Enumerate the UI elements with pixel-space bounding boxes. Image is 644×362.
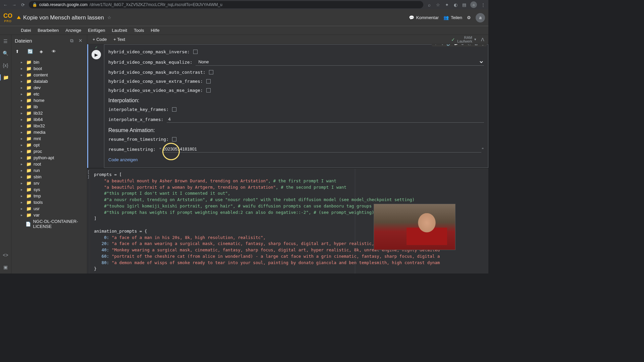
lock-icon: 🔒 [32,2,37,7]
refresh-icon[interactable]: 🔄 [28,49,34,55]
tree-item-lib32[interactable]: ▸📁lib32 [11,110,87,116]
menu-laufzeit[interactable]: Laufzeit [109,27,130,34]
settings-icon[interactable]: ⚙ [467,15,471,20]
menu-icon[interactable]: ⋮ [480,2,486,7]
menu-tools[interactable]: Tools [131,27,147,34]
menu-einfuegen[interactable]: Einfügen [85,27,108,34]
move-down-icon[interactable]: ↓ [440,44,445,46]
url-host: colab.research.google.com [39,2,88,7]
menu-bar: Datei Bearbeiten Anzeige Einfügen Laufze… [0,26,488,35]
tree-item-etc[interactable]: ▸📁etc [11,91,87,97]
input-interp-x[interactable] [167,116,484,123]
document-title[interactable]: Kopie von Mensch altern lassen [23,14,104,21]
comment-cell-icon[interactable]: 💬 [453,44,459,46]
check-resume-from[interactable] [172,137,176,141]
file-tree[interactable]: ▸📁bin▸📁boot▸📁content▸📁datalab▸📁dev▸📁etc▸… [11,58,87,274]
star-document-icon[interactable]: ☆ [107,15,111,20]
translate-icon[interactable]: ⌕ [427,2,432,7]
tree-item-usr[interactable]: ▸📁usr [11,205,87,212]
side-panel-icon[interactable]: ▤ [462,2,467,7]
comment-button[interactable]: 💬Kommentar [409,15,439,20]
tree-item-root[interactable]: ▸📁root [11,161,87,167]
tree-item-lib[interactable]: ▸📁lib [11,104,87,110]
tree-item-sys[interactable]: ▸📁sys [11,186,87,193]
link-icon[interactable]: 🔗 [446,44,452,46]
check-extra-frames[interactable] [206,79,211,83]
menu-bearbeiten[interactable]: Bearbeiten [35,27,61,34]
code-snippets-icon[interactable]: <> [3,252,9,258]
tree-item-proc[interactable]: ▸📁proc [11,148,87,155]
tree-item-datalab[interactable]: ▸📁datalab [11,78,87,84]
more-icon[interactable]: ⋮ [480,44,485,46]
tree-item-tmp[interactable]: ▸📁tmp [11,193,87,199]
share-icon: 👥 [443,15,449,20]
label-mask-equalize: hybrid_video_comp_mask_equalize: [108,60,192,65]
check-auto-contrast[interactable] [209,70,213,74]
check-mse-image[interactable] [206,88,211,93]
add-code-button[interactable]: + Code [90,36,109,43]
mount-drive-icon[interactable]: ◈ [40,49,46,55]
exec-count: [ ] [87,170,90,179]
menu-anzeige[interactable]: Anzeige [63,27,84,34]
extensions-icon[interactable]: ✦ [444,2,449,7]
tree-item-media[interactable]: ▸📁media [11,129,87,135]
mirror-icon[interactable]: ⎘ [467,44,472,46]
variables-icon[interactable]: {x} [3,62,9,68]
input-resume-ts[interactable] [162,146,481,153]
files-icon[interactable]: 📁 [0,74,11,80]
label-interp-x: interpolate_x_frames: [108,117,163,122]
move-up-icon[interactable]: ↑ [433,44,438,46]
new-window-icon[interactable]: ⧉ [69,38,75,44]
forward-icon[interactable]: → [11,2,17,7]
search-icon[interactable]: 🔍 [3,50,9,56]
back-icon[interactable]: ← [3,2,8,7]
incognito-icon[interactable]: ◐ [453,2,458,7]
tree-item-bin[interactable]: ▸📁bin [11,59,87,65]
tree-item-tools[interactable]: ▸📁tools [11,199,87,205]
left-rail: ☰ 🔍 {x} 📁 <> ▣ [0,35,11,274]
menu-hilfe[interactable]: Hilfe [148,27,162,34]
tree-item-srv[interactable]: ▸📁srv [11,180,87,186]
delete-icon[interactable]: 🗑 [473,44,479,46]
collapse-icon[interactable]: ᐱ [480,37,486,43]
settings-cell-icon[interactable]: ⚙ [460,44,465,46]
reload-icon[interactable]: ⟳ [20,2,25,7]
conn-dropdown-icon[interactable]: ▾ [474,37,476,42]
tree-item-dev[interactable]: ▸📁dev [11,84,87,91]
connection-status[interactable]: ✓ RAMLaufwerk ▾ [451,36,476,43]
tree-item-lib64[interactable]: ▸📁lib64 [11,116,87,123]
check-interp-key[interactable] [172,107,176,112]
menu-datei[interactable]: Datei [18,27,34,34]
tree-item-mnt[interactable]: ▸📁mnt [11,135,87,142]
terminal-icon[interactable]: ▣ [3,264,9,270]
url-bar[interactable]: 🔒 colab.research.google.com/drive/1TizAl… [29,1,423,8]
tree-item-sbin[interactable]: ▸📁sbin [11,174,87,180]
tree-item-content[interactable]: ▸📁content [11,72,87,78]
form-cell: ✓ ▶ ↑ ↓ 🔗 💬 ⚙ ⎘ 🗑 ⋮ hybrid_video_comp_ma [87,44,488,168]
add-text-button[interactable]: + Text [111,36,128,43]
close-sidebar-icon[interactable]: ✕ [77,38,84,44]
check-mask-inverse[interactable] [193,50,198,54]
user-avatar[interactable]: a [476,13,485,22]
run-cell-button[interactable]: ▶ [92,50,101,59]
upload-icon[interactable]: ⬆ [15,49,21,55]
profile-icon[interactable]: a [470,1,477,8]
tree-item-home[interactable]: ▸📁home [11,97,87,104]
toggle-hidden-icon[interactable]: 👁 [52,49,58,55]
tree-item-libx32[interactable]: ▸📁libx32 [11,123,87,129]
label-interp-key: interpolate_key_frames: [108,107,169,112]
share-button[interactable]: 👥Teilen [443,15,462,20]
label-extra-frames: hybrid_video_comp_save_extra_frames: [108,79,203,84]
colab-logo[interactable]: CO PRO [3,12,12,23]
tree-item-NGC-DL-CONTAINER-LICENSE[interactable]: 📄NGC-DL-CONTAINER-LICENSE [11,218,87,230]
toc-icon[interactable]: ☰ [3,38,9,44]
show-code-link[interactable]: Code anzeigen [108,155,484,165]
star-icon[interactable]: ☆ [435,2,441,7]
select-mask-equalize[interactable]: None [196,58,484,66]
tree-item-opt[interactable]: ▸📁opt [11,142,87,148]
tree-item-run[interactable]: ▸📁run [11,167,87,174]
tree-item-var[interactable]: ▸📁var [11,212,87,218]
label-mask-inverse: hybrid_video_comp_mask_inverse: [108,49,190,54]
tree-item-python-apt[interactable]: ▸📁python-apt [11,155,87,161]
tree-item-boot[interactable]: ▸📁boot [11,65,87,72]
